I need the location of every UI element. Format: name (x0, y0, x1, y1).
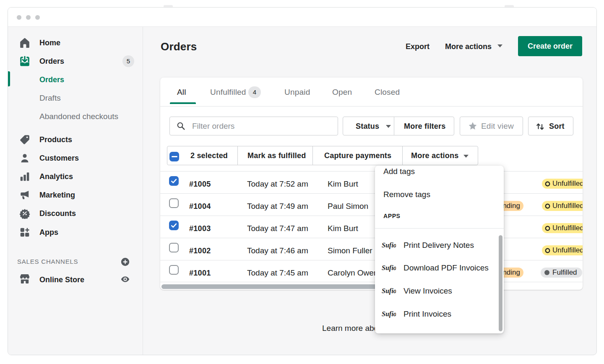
svg-text:Sufio: Sufio (382, 310, 396, 318)
svg-text:Sufio: Sufio (382, 287, 396, 295)
svg-text:Sufio: Sufio (382, 264, 396, 272)
svg-text:Sufio: Sufio (382, 242, 396, 249)
